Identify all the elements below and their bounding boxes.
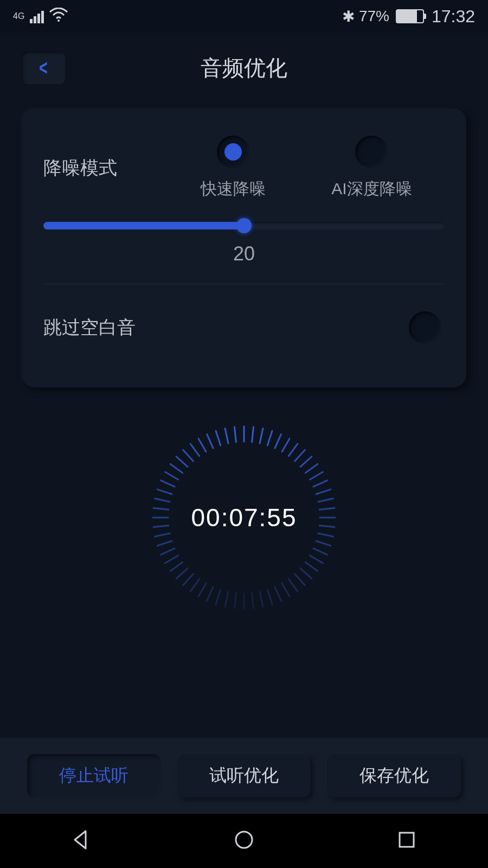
svg-line-41 [165,556,178,563]
svg-line-36 [198,583,206,596]
svg-line-32 [234,593,236,608]
svg-line-54 [183,450,194,461]
svg-line-6 [282,439,290,452]
back-button[interactable]: < [22,52,65,84]
skip-silence-row: 跳过空白音 [43,311,445,344]
svg-point-61 [236,832,252,848]
svg-line-20 [313,548,328,554]
battery-pct: 77% [359,8,389,25]
svg-line-2 [252,427,254,442]
nav-back-icon[interactable] [70,829,92,853]
svg-line-58 [216,431,221,445]
svg-line-19 [316,541,331,546]
svg-line-22 [305,562,318,571]
radio-label: AI深度降噪 [331,178,412,200]
radio-fast-denoise[interactable]: 快速降噪 [201,136,266,200]
skip-silence-toggle[interactable] [409,311,441,344]
svg-line-26 [282,583,290,596]
svg-line-55 [190,444,199,456]
save-optimize-button[interactable]: 保存优化 [327,754,461,797]
svg-line-9 [300,457,312,467]
android-nav-bar [0,814,488,868]
button-label: 保存优化 [359,764,429,788]
svg-line-25 [288,579,297,591]
svg-line-45 [153,526,169,527]
svg-line-47 [153,508,169,509]
svg-line-15 [319,508,335,509]
svg-line-52 [170,464,183,473]
chevron-left-icon: < [39,56,48,80]
svg-line-7 [288,444,297,456]
app-header: < 音频优化 [0,33,488,103]
radio-ai-denoise[interactable]: AI深度降噪 [331,136,412,200]
svg-line-24 [295,574,305,585]
svg-line-40 [170,562,183,571]
timer-area: 00:07:55 [0,420,488,615]
divider [43,284,445,284]
svg-line-38 [183,574,194,585]
slider-thumb[interactable] [236,218,252,233]
svg-line-44 [155,533,170,537]
svg-line-37 [190,579,199,591]
svg-line-60 [234,427,236,442]
svg-line-30 [252,593,254,608]
svg-line-56 [198,439,206,452]
slider-track [43,222,445,229]
svg-line-11 [310,472,323,480]
svg-line-5 [275,435,281,449]
svg-line-49 [157,489,172,494]
svg-line-50 [161,481,175,487]
svg-line-3 [260,429,263,443]
radio-icon [355,136,388,168]
svg-line-51 [165,472,178,480]
radio-label: 快速降噪 [201,178,266,200]
svg-line-13 [316,489,331,494]
preview-optimize-button[interactable]: 试听优化 [177,754,311,797]
status-left: 4G [13,7,68,25]
noise-mode-options: 快速降噪 AI深度降噪 [168,136,445,200]
stop-preview-button[interactable]: 停止试听 [27,754,161,797]
radio-icon [217,136,249,168]
svg-rect-62 [400,833,414,847]
status-bar: 4G ✱ 77% 17:32 [0,0,488,33]
svg-line-35 [207,587,213,601]
noise-mode-label: 降噪模式 [43,156,168,181]
timer-dial: 00:07:55 [146,420,342,615]
svg-line-42 [161,548,175,554]
nav-home-icon[interactable] [233,829,255,853]
svg-line-14 [318,499,333,502]
network-type: 4G [13,12,24,21]
svg-point-0 [57,20,60,22]
svg-line-29 [260,592,263,607]
svg-line-39 [176,569,188,579]
timer-display: 00:07:55 [191,503,297,532]
bluetooth-icon: ✱ [342,8,355,25]
svg-line-21 [310,556,323,563]
noise-mode-row: 降噪模式 快速降噪 AI深度降噪 [43,136,445,200]
svg-line-8 [295,450,305,461]
svg-line-53 [176,457,188,467]
button-label: 试听优化 [209,764,279,788]
svg-line-33 [225,592,228,607]
slider-fill [43,222,244,229]
button-label: 停止试听 [59,764,129,788]
skip-silence-label: 跳过空白音 [43,315,136,340]
svg-line-48 [155,499,170,502]
page-title: 音频优化 [201,53,287,83]
nav-recent-icon[interactable] [396,829,418,853]
status-right: ✱ 77% 17:32 [342,7,475,27]
svg-line-23 [300,569,312,579]
action-bar: 停止试听 试听优化 保存优化 [0,738,488,814]
settings-card: 降噪模式 快速降噪 AI深度降噪 20 跳过空白音 [22,108,466,387]
svg-line-12 [313,481,328,487]
wifi-icon [49,7,68,25]
intensity-slider[interactable] [43,222,445,229]
status-time: 17:32 [432,7,475,27]
slider-value: 20 [43,242,445,265]
svg-line-28 [267,590,272,604]
svg-line-57 [207,435,213,449]
svg-line-4 [267,431,272,445]
svg-line-34 [216,590,221,604]
battery-icon [396,9,424,23]
svg-line-10 [305,464,318,473]
